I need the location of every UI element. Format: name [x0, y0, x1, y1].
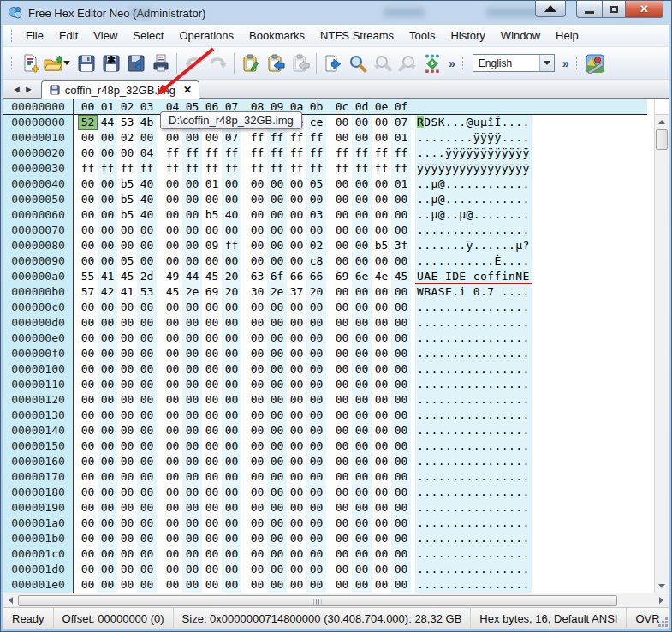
hex-byte[interactable]: 00 [163, 500, 182, 516]
hex-byte[interactable]: 00 [182, 408, 202, 423]
toolbar-grip[interactable] [10, 29, 13, 43]
hex-byte[interactable]: 00 [267, 469, 287, 485]
hex-byte[interactable]: 00 [391, 469, 411, 485]
ascii-text[interactable]: ................ [415, 315, 532, 331]
hex-byte[interactable]: 00 [391, 377, 411, 392]
hex-byte[interactable]: 00 [372, 207, 391, 223]
hex-byte[interactable]: 00 [332, 253, 352, 269]
hex-byte[interactable]: 00 [98, 562, 117, 577]
hex-byte[interactable]: 00 [391, 192, 411, 207]
hex-byte[interactable]: 42 [98, 284, 117, 300]
hex-byte[interactable]: 00 [137, 377, 157, 392]
hex-byte[interactable]: 00 [78, 546, 98, 562]
collapse-ribbon-button[interactable] [535, 1, 566, 17]
hex-byte[interactable]: 00 [137, 577, 157, 593]
hex-byte[interactable]: 00 [372, 469, 391, 485]
ascii-text[interactable]: ................ [415, 331, 532, 346]
hex-byte[interactable]: 00 [267, 331, 287, 346]
hex-byte[interactable]: 00 [352, 531, 372, 546]
hex-byte[interactable]: 00 [267, 300, 287, 315]
undo-button[interactable] [181, 51, 205, 75]
hex-byte[interactable]: 2e [182, 284, 202, 300]
hex-byte[interactable]: 00 [137, 315, 157, 331]
hex-byte[interactable]: 00 [332, 408, 352, 423]
hex-byte[interactable]: 00 [267, 516, 287, 531]
hex-byte[interactable]: 00 [98, 577, 117, 593]
hex-byte[interactable]: 01 [391, 176, 411, 192]
hex-byte[interactable]: 00 [372, 361, 391, 377]
hex-byte[interactable]: 00 [182, 516, 202, 531]
hex-byte[interactable]: 03 [306, 207, 326, 223]
hex-byte[interactable]: 00 [202, 562, 222, 577]
hex-byte[interactable]: 00 [306, 223, 326, 238]
save-all-button[interactable] [123, 51, 148, 75]
hex-byte[interactable]: 00 [163, 315, 182, 331]
hex-byte[interactable]: 00 [202, 454, 222, 469]
find-button[interactable] [345, 51, 370, 75]
hex-byte[interactable]: 00 [352, 438, 372, 454]
hex-byte[interactable]: 00 [332, 377, 352, 392]
hex-byte[interactable]: 00 [78, 192, 98, 207]
hex-byte[interactable]: 00 [287, 331, 306, 346]
hex-byte[interactable]: 00 [372, 300, 391, 315]
hex-byte[interactable]: 00 [163, 469, 182, 485]
hex-byte[interactable]: 00 [98, 377, 117, 392]
paste-inactive-button[interactable] [288, 51, 312, 75]
hex-byte[interactable]: 00 [137, 361, 157, 377]
print-button[interactable] [148, 51, 173, 75]
hex-byte[interactable]: 4e [372, 269, 391, 284]
hex-byte[interactable]: 00 [163, 300, 182, 315]
hex-byte[interactable]: 00 [117, 531, 137, 546]
hex-byte[interactable]: 00 [306, 500, 326, 516]
hex-byte[interactable]: 00 [78, 315, 98, 331]
hex-byte[interactable]: 00 [372, 377, 391, 392]
hex-byte[interactable]: 00 [287, 562, 306, 577]
hex-byte[interactable]: ff [267, 146, 287, 161]
hex-byte[interactable]: 00 [391, 284, 411, 300]
hex-byte[interactable]: 00 [391, 392, 411, 408]
hex-byte[interactable]: 00 [98, 300, 117, 315]
hex-byte[interactable]: 01 [391, 130, 411, 146]
copy-to-file-button[interactable] [320, 51, 345, 75]
close-button[interactable]: ✕ [626, 1, 663, 18]
hex-byte[interactable]: 01 [202, 176, 222, 192]
hex-byte[interactable]: 00 [163, 377, 182, 392]
hex-byte[interactable]: 4b [137, 115, 157, 130]
hex-byte[interactable]: 00 [98, 238, 117, 253]
hex-byte[interactable]: 00 [352, 315, 372, 331]
hex-byte[interactable]: 40 [137, 176, 157, 192]
hex-byte[interactable]: 00 [202, 253, 222, 269]
hex-byte[interactable]: 00 [267, 207, 287, 223]
hex-byte[interactable]: 00 [267, 562, 287, 577]
hex-byte[interactable]: 00 [137, 346, 157, 361]
hex-byte[interactable]: 00 [306, 392, 326, 408]
hex-byte[interactable]: 00 [202, 577, 222, 593]
hex-byte[interactable]: 00 [98, 346, 117, 361]
hex-byte[interactable]: 55 [78, 269, 98, 284]
hex-byte[interactable]: 00 [247, 562, 267, 577]
hex-byte[interactable]: 00 [332, 238, 352, 253]
hex-byte[interactable]: 00 [306, 531, 326, 546]
hex-byte[interactable]: 00 [163, 176, 182, 192]
ascii-text[interactable]: ................ [415, 300, 532, 315]
hex-byte[interactable]: 00 [267, 485, 287, 500]
hex-byte[interactable]: 00 [163, 238, 182, 253]
hex-byte[interactable]: 20 [222, 284, 241, 300]
hex-byte[interactable]: 45 [391, 269, 411, 284]
menu-ntfs-streams[interactable]: NTFS Streams [312, 27, 401, 45]
hex-byte[interactable]: 07 [222, 130, 241, 146]
hex-byte[interactable]: 69 [332, 269, 352, 284]
hex-byte[interactable]: 00 [267, 377, 287, 392]
ascii-text[interactable]: ................ [415, 438, 532, 454]
hex-byte[interactable]: 00 [137, 423, 157, 438]
hex-byte[interactable]: 00 [78, 361, 98, 377]
hex-byte[interactable]: 00 [137, 223, 157, 238]
hex-byte[interactable]: 00 [247, 500, 267, 516]
ascii-text[interactable]: ........ÿÿÿÿ.... [415, 130, 532, 146]
hex-byte[interactable]: 00 [137, 253, 157, 269]
hex-byte[interactable]: 00 [182, 546, 202, 562]
hex-byte[interactable]: 00 [137, 331, 157, 346]
hex-byte[interactable]: 00 [287, 408, 306, 423]
save-button[interactable] [74, 51, 98, 75]
hex-byte[interactable]: 00 [287, 361, 306, 377]
